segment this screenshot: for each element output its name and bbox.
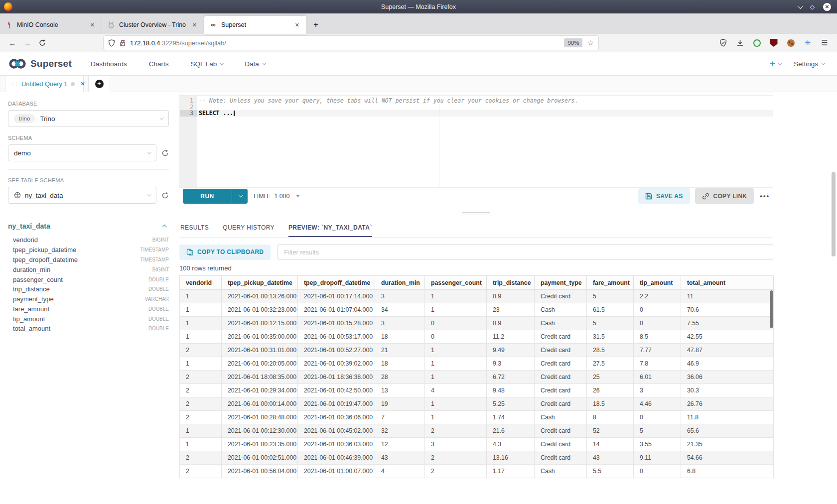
new-item-button[interactable]: + xyxy=(770,58,781,69)
containers-icon[interactable]: ✳ xyxy=(803,38,812,47)
hamburger-menu-icon[interactable]: ☰ xyxy=(820,38,829,47)
browser-tab-minio[interactable]: MinIO Console ✕ xyxy=(0,16,102,34)
run-button[interactable]: RUN xyxy=(183,189,248,204)
tab-close-icon[interactable]: ✕ xyxy=(88,21,97,29)
filter-results-input[interactable] xyxy=(278,244,773,260)
table-row[interactable]: 12021-06-01 00:12:15.0002021-06-01 00:15… xyxy=(180,317,774,330)
pane-splitter[interactable] xyxy=(179,204,773,224)
sql-code-line: SELECT ... xyxy=(199,110,233,117)
table-scrollbar-thumb[interactable] xyxy=(770,290,773,328)
cookie-icon[interactable] xyxy=(786,38,795,47)
table-row[interactable]: 22021-06-01 18:08:35.0002021-06-01 18:36… xyxy=(180,371,774,384)
page-scrollbar-thumb[interactable] xyxy=(832,172,836,256)
drag-grip-icon[interactable]: ⋮⋮ xyxy=(10,81,18,87)
splitter-handle-icon[interactable] xyxy=(462,212,490,217)
brand-name[interactable]: Superset xyxy=(30,58,72,69)
save-as-button[interactable]: SAVE AS xyxy=(638,188,690,204)
schema-column-row[interactable]: tpep_dropoff_datetimeTIMESTAMP xyxy=(8,255,169,265)
table-row[interactable]: 22021-06-01 00:31:01.0002021-06-01 00:52… xyxy=(180,344,774,357)
schema-column-row[interactable]: tip_amountDOUBLE xyxy=(8,314,169,324)
refresh-table-icon[interactable] xyxy=(161,192,169,199)
browser-tab-superset[interactable]: ∞ Superset ✕ xyxy=(204,16,306,34)
collapse-chevron-icon[interactable] xyxy=(162,224,167,229)
schema-column-row[interactable]: fare_amountDOUBLE xyxy=(8,304,169,314)
settings-menu[interactable]: Settings xyxy=(794,60,824,68)
downloads-icon[interactable] xyxy=(735,38,744,47)
bookmark-star-icon[interactable]: ☆ xyxy=(587,39,594,47)
zoom-level-badge[interactable]: 90% xyxy=(564,38,582,47)
reload-icon[interactable] xyxy=(35,36,50,50)
table-row[interactable]: 22021-06-01 00:28:48.0002021-06-01 00:36… xyxy=(180,411,774,424)
table-row[interactable]: 12021-06-01 00:35:00.0002021-06-01 00:53… xyxy=(180,330,774,344)
schema-select[interactable]: demo xyxy=(8,144,156,161)
table-schema-select[interactable]: ny_taxi_data xyxy=(8,187,156,204)
lock-disabled-icon[interactable] xyxy=(119,39,126,47)
tab-query-history[interactable]: QUERY HISTORY xyxy=(223,224,275,237)
column-header[interactable]: passenger_count xyxy=(425,276,487,290)
window-close-icon[interactable]: ✕ xyxy=(823,3,831,11)
column-header[interactable]: tip_amount xyxy=(634,276,681,290)
browser-tab-trino[interactable]: Cluster Overview - Trino ✕ xyxy=(102,16,204,34)
schema-column-row[interactable]: passenger_countDOUBLE xyxy=(8,274,169,284)
table-cell: 43 xyxy=(587,451,634,465)
column-header[interactable]: payment_type xyxy=(535,276,587,290)
nav-sql-lab[interactable]: SQL Lab xyxy=(190,60,223,68)
column-header[interactable]: tpep_dropoff_datetime xyxy=(298,276,375,290)
column-header[interactable]: vendorid xyxy=(180,276,222,290)
window-maximize-icon[interactable]: ◇ xyxy=(810,4,815,10)
ublock-icon[interactable] xyxy=(769,38,778,47)
extension-green-icon[interactable] xyxy=(752,38,761,47)
column-type: BIGINT xyxy=(152,267,169,272)
url-bar[interactable]: 172.18.0.4:32295/superset/sqllab/ 90% ☆ xyxy=(104,36,598,50)
tab-close-icon[interactable]: ✕ xyxy=(190,21,199,29)
table-row[interactable]: 12021-06-01 00:13:26.0002021-06-01 00:17… xyxy=(180,290,774,303)
nav-dashboards[interactable]: Dashboards xyxy=(91,60,127,68)
tab-preview[interactable]: PREVIEW: `NY_TAXI_DATA` xyxy=(288,224,372,237)
table-row[interactable]: 12021-06-01 00:23:35.0002021-06-01 00:36… xyxy=(180,438,774,451)
more-options-icon[interactable]: ••• xyxy=(760,192,770,200)
new-tab-button[interactable]: + xyxy=(308,16,323,34)
query-tab-close-icon[interactable]: ✕ xyxy=(80,81,85,87)
copy-to-clipboard-button[interactable]: COPY TO CLIPBOARD xyxy=(179,245,271,260)
copy-link-button[interactable]: COPY LINK xyxy=(695,188,754,204)
database-select[interactable]: trino Trino xyxy=(8,110,169,127)
add-query-tab-button[interactable]: + xyxy=(88,76,110,92)
sql-editor[interactable]: 1 2 3 -- Note: Unless you save your quer… xyxy=(179,95,773,187)
url-text[interactable]: 172.18.0.4:32295/superset/sqllab/ xyxy=(130,39,226,47)
run-options-caret[interactable] xyxy=(232,189,248,204)
forward-icon[interactable]: → xyxy=(20,36,35,50)
tab-close-icon[interactable]: ✕ xyxy=(293,21,301,29)
column-header[interactable]: total_amount xyxy=(681,276,774,290)
column-header[interactable]: duration_min xyxy=(375,276,425,290)
nav-charts[interactable]: Charts xyxy=(149,60,169,68)
schema-column-row[interactable]: vendoridBIGINT xyxy=(8,235,169,245)
protections-shield-icon[interactable] xyxy=(718,38,727,47)
column-header[interactable]: trip_distance xyxy=(487,276,535,290)
schema-column-row[interactable]: tpep_pickup_datetimeTIMESTAMP xyxy=(8,245,169,255)
table-row[interactable]: 12021-06-01 00:32:23.0002021-06-01 01:07… xyxy=(180,303,774,317)
back-icon[interactable]: ← xyxy=(5,36,20,50)
table-row[interactable]: 22021-06-01 00:00:14.0002021-06-01 00:19… xyxy=(180,397,774,411)
table-row[interactable]: 22021-06-01 00:56:04.0002021-06-01 01:00… xyxy=(180,465,774,478)
refresh-schema-icon[interactable] xyxy=(161,149,169,157)
tab-results[interactable]: RESULTS xyxy=(180,224,209,237)
query-tab-active[interactable]: ⋮⋮ Untitled Query 1 ✕ xyxy=(5,76,84,92)
schema-column-row[interactable]: payment_typeVARCHAR xyxy=(8,294,169,304)
table-row[interactable]: 12021-06-01 00:12:30.0002021-06-01 00:45… xyxy=(180,424,774,438)
shield-icon[interactable] xyxy=(108,39,115,47)
window-minimize-icon[interactable] xyxy=(798,3,803,8)
nav-data[interactable]: Data xyxy=(245,60,265,68)
table-row[interactable]: 12021-06-01 00:20:05.0002021-06-01 00:39… xyxy=(180,357,774,371)
schema-column-row[interactable]: trip_distanceDOUBLE xyxy=(8,284,169,294)
schema-column-row[interactable]: total_amountDOUBLE xyxy=(8,324,169,334)
table-row[interactable]: 22021-06-01 00:29:34.0002021-06-01 00:42… xyxy=(180,384,774,397)
table-row[interactable]: 22021-06-01 00:02:51.0002021-06-01 00:46… xyxy=(180,451,774,465)
column-header[interactable]: tpep_pickup_datetime xyxy=(222,276,298,290)
column-header[interactable]: fare_amount xyxy=(587,276,634,290)
schema-column-row[interactable]: duration_minBIGINT xyxy=(8,264,169,274)
limit-control[interactable]: LIMIT: 1 000 xyxy=(254,193,300,200)
run-button-label[interactable]: RUN xyxy=(183,189,232,204)
code-area[interactable]: -- Note: Unless you save your query, the… xyxy=(197,96,773,187)
table-name-heading[interactable]: ny_taxi_data xyxy=(8,222,50,230)
table-cell: 21.35 xyxy=(681,438,774,451)
